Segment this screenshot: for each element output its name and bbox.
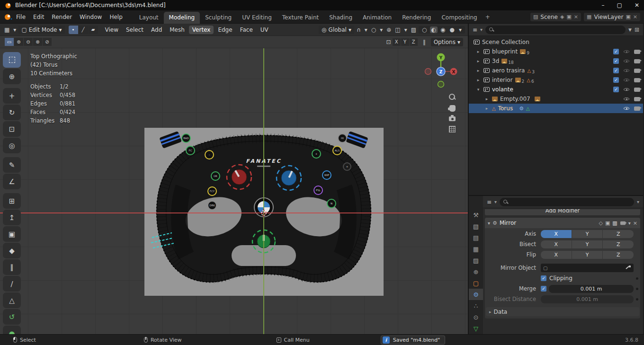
flip-x-button[interactable]: X: [541, 251, 572, 259]
hide-eye-icon[interactable]: [623, 97, 630, 101]
disable-render-camera-icon[interactable]: [634, 106, 640, 111]
menu-face[interactable]: Face: [237, 26, 256, 34]
save-notification[interactable]: i Saved "m4.blend": [381, 336, 446, 345]
tab-physics[interactable]: ⊙: [469, 311, 483, 323]
disable-render-camera-icon[interactable]: [634, 59, 640, 63]
bisect-z-button[interactable]: Z: [603, 240, 634, 248]
tab-modifiers[interactable]: ⚙: [469, 289, 483, 300]
axis-y-button[interactable]: Y: [572, 230, 603, 238]
camera-view-icon[interactable]: [449, 116, 456, 121]
mirror-object-field[interactable]: ▢: [541, 264, 634, 272]
show-gizmo-icon[interactable]: ⊕: [385, 27, 393, 33]
exclude-checkbox[interactable]: ✓: [613, 49, 619, 54]
menu-vertex[interactable]: Vertex: [189, 26, 214, 34]
remove-viewlayer-icon[interactable]: ×: [633, 14, 637, 20]
editor-type-icon[interactable]: ▦: [3, 27, 11, 33]
mode-selector[interactable]: ▢ Edit Mode ▾: [18, 26, 64, 34]
row-interior[interactable]: ▸ interior 2 △ 6 ✓: [469, 75, 643, 85]
close-button[interactable]: ✕: [635, 2, 639, 9]
mirror-y-button[interactable]: Y: [401, 38, 409, 46]
tool-add-cube[interactable]: ⊞: [3, 193, 21, 209]
tool-inset-faces[interactable]: ▣: [3, 226, 21, 242]
minimize-button[interactable]: –: [602, 2, 605, 9]
navigation-gizmo[interactable]: Y X Z: [420, 51, 461, 92]
tab-texture-paint[interactable]: Texture Paint: [277, 12, 324, 24]
flip-z-button[interactable]: Z: [603, 251, 634, 259]
overlays-chevron-icon[interactable]: ▾: [403, 27, 409, 33]
tool-annotate[interactable]: ✎: [3, 157, 21, 173]
show-in-render-icon[interactable]: [620, 221, 626, 225]
tab-particles[interactable]: ∴: [469, 300, 483, 311]
tool-bevel[interactable]: ◆: [3, 243, 21, 258]
snap-chevron-icon[interactable]: ▾: [363, 27, 369, 33]
xray-toggle-icon[interactable]: ▨: [410, 27, 418, 33]
tool-transform[interactable]: ◎: [3, 138, 21, 153]
tool-measure[interactable]: ∠: [3, 174, 21, 189]
row-volante[interactable]: ▾ volante ✓: [469, 85, 643, 94]
outliner-editor-icon[interactable]: ≡: [473, 27, 477, 33]
tool-loop-cut[interactable]: ∥: [3, 259, 21, 275]
tab-layout[interactable]: Layout: [134, 12, 164, 24]
tool-extrude-region[interactable]: ↥: [3, 210, 21, 225]
tab-object-data[interactable]: ▽: [469, 323, 483, 334]
axis-z-button[interactable]: Z: [603, 230, 634, 238]
transform-orientation-selector[interactable]: ◎ Global ▾: [319, 26, 354, 34]
bisect-distance-field[interactable]: 0.001 m: [541, 295, 634, 303]
zoom-icon[interactable]: [449, 94, 456, 100]
tool-knife[interactable]: ∕: [3, 276, 21, 292]
properties-search-input[interactable]: [500, 198, 634, 206]
animate-dot[interactable]: [636, 288, 638, 290]
select-new-icon[interactable]: ▭: [5, 38, 14, 46]
snap-magnet-icon[interactable]: ∩: [355, 27, 362, 33]
tool-select-box[interactable]: [3, 52, 21, 68]
mirror-x-button[interactable]: X: [393, 38, 401, 46]
pin-icon[interactable]: ◈: [560, 14, 564, 20]
tab-scene[interactable]: ▨: [469, 255, 483, 266]
tab-sculpting[interactable]: Sculpting: [200, 12, 237, 24]
tab-output[interactable]: ▤: [469, 232, 483, 243]
hide-eye-icon[interactable]: [623, 106, 630, 111]
tab-view-layer[interactable]: ▦: [469, 243, 483, 255]
hide-eye-icon[interactable]: [623, 59, 630, 63]
add-workspace-button[interactable]: +: [483, 14, 493, 20]
tab-uv-editing[interactable]: UV Editing: [237, 12, 277, 24]
unlink-scene-icon[interactable]: ×: [574, 14, 578, 20]
scene-selector[interactable]: ▨ Scene ◈ ▣ ×: [530, 13, 581, 21]
show-in-editmode-icon[interactable]: ▣: [605, 220, 610, 226]
exclude-checkbox[interactable]: ✓: [613, 87, 619, 92]
tool-smooth[interactable]: ●: [3, 326, 21, 334]
animate-dot[interactable]: [636, 277, 638, 280]
new-scene-icon[interactable]: ▣: [566, 14, 571, 20]
shading-chevron-icon[interactable]: ▾: [457, 27, 463, 33]
show-on-cage-icon[interactable]: ◇: [599, 220, 602, 226]
exclude-checkbox[interactable]: ✓: [613, 68, 619, 73]
disable-render-camera-icon[interactable]: [634, 69, 640, 73]
proportional-chevron-icon[interactable]: ▾: [378, 27, 384, 33]
animate-dot[interactable]: [636, 298, 638, 301]
tool-scale[interactable]: ⊡: [3, 121, 21, 137]
menu-render[interactable]: Render: [48, 12, 76, 22]
menu-add[interactable]: Add: [148, 26, 165, 34]
snap-segment-icon[interactable]: ∥: [421, 39, 427, 45]
maximize-button[interactable]: ▢: [617, 2, 622, 9]
modifier-name[interactable]: Mirror: [500, 220, 516, 226]
viewlayer-selector[interactable]: ▦ ViewLayer ▣ ×: [584, 13, 640, 21]
overlays-icon[interactable]: ◫: [394, 27, 402, 33]
flip-y-button[interactable]: Y: [572, 251, 603, 259]
new-collection-icon[interactable]: ⊞: [635, 27, 639, 33]
blender-logo-icon[interactable]: [4, 14, 12, 20]
tab-modeling[interactable]: Modeling: [164, 12, 200, 24]
disable-render-camera-icon[interactable]: [634, 88, 640, 92]
tab-object[interactable]: ▢: [469, 277, 483, 289]
proportional-edit-icon[interactable]: ○: [370, 27, 377, 33]
material-shading-icon[interactable]: ◉: [439, 27, 447, 33]
menu-help[interactable]: Help: [106, 12, 126, 22]
tool-spin[interactable]: ↺: [3, 309, 21, 325]
tab-render[interactable]: ▧: [469, 221, 483, 232]
pan-hand-icon[interactable]: [449, 105, 456, 112]
tool-cursor[interactable]: ⊕: [3, 69, 21, 84]
hide-eye-icon[interactable]: [623, 78, 630, 82]
bisect-x-button[interactable]: X: [541, 240, 572, 248]
select-invert-icon[interactable]: ⊗: [33, 38, 42, 46]
disable-render-camera-icon[interactable]: [634, 78, 640, 82]
